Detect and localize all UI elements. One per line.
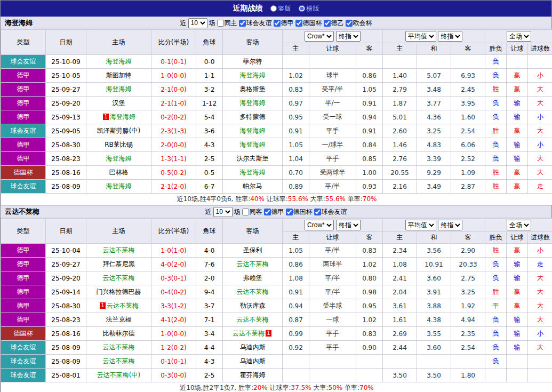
league-type-cell: 德甲: [1, 152, 46, 166]
euro-draw-odds-cell: 4.36: [417, 110, 451, 124]
filter-checkbox-3[interactable]: 球会友谊: [314, 207, 347, 217]
match-row: 德甲25-08-23法兰克福4-1(2-0)7-1云达不莱梅0.87一球1.02…: [1, 313, 552, 327]
bookmaker-select[interactable]: Crow*: [305, 220, 334, 230]
result-cell: 负: [485, 97, 507, 110]
league-type-cell: 德甲: [1, 313, 46, 327]
result-text: 负: [493, 141, 499, 148]
filter-checkbox-0[interactable]: 同客: [242, 207, 262, 217]
summary-segment: 近10场,胜2平1负7, 胜率:: [180, 384, 253, 391]
filter-checkbox-input[interactable]: [274, 20, 281, 27]
home-team-cell[interactable]: RB莱比锡: [86, 138, 151, 152]
home-team-cell[interactable]: 巴林格: [86, 166, 151, 180]
home-team-cell[interactable]: 拜仁慕尼黑: [86, 258, 151, 271]
handicap-result-cell: 输: [507, 313, 528, 327]
home-team-cell[interactable]: 海登海姆: [86, 55, 151, 69]
home-team-cell[interactable]: 汉堡: [86, 97, 151, 110]
sub-header-3: 主: [383, 232, 417, 244]
scope-select[interactable]: 全场: [507, 31, 531, 42]
filter-checkbox-5[interactable]: 欧会杯: [346, 19, 372, 28]
away-team-cell[interactable]: 多特蒙德: [223, 110, 283, 124]
asian-away-odds-cell: 0.95: [356, 299, 383, 313]
home-team-cell[interactable]: 云达不莱梅: [86, 244, 151, 258]
home-team-cell[interactable]: 云达不莱梅: [86, 355, 151, 369]
filter-checkbox-input[interactable]: [239, 20, 246, 27]
away-team-cell[interactable]: 海登海姆: [223, 69, 283, 83]
date-cell: 25-08-23: [46, 313, 86, 327]
col-header-5: 客场: [223, 30, 283, 55]
home-team-cell[interactable]: 云达不莱梅: [86, 341, 151, 355]
layout-radio-vertical[interactable]: 竖版: [270, 4, 291, 13]
away-team-cell[interactable]: 云达不莱梅: [223, 285, 283, 299]
home-team-cell[interactable]: 云达不莱梅(中): [86, 369, 151, 382]
filter-checkbox-1[interactable]: 球会友谊: [239, 19, 272, 28]
handicap-time-select[interactable]: 终指: [336, 220, 361, 230]
bookmaker-select[interactable]: Crow*: [305, 31, 334, 42]
average-select[interactable]: 平均值: [405, 220, 436, 230]
scope-select[interactable]: 全场: [507, 220, 531, 230]
red-card-badge: 1: [103, 114, 109, 120]
vertical-radio-input[interactable]: [270, 5, 277, 12]
filter-checkbox-4[interactable]: 德乙: [324, 19, 344, 28]
away-team-cell[interactable]: 霍芬海姆: [223, 369, 283, 382]
filter-checkbox-3[interactable]: 德国杯: [295, 19, 322, 28]
filter-checkbox-input[interactable]: [324, 20, 331, 27]
asian-line-cell: [309, 55, 356, 69]
away-team-cell[interactable]: 弗赖堡: [223, 271, 283, 285]
away-team-cell[interactable]: 云达不莱梅: [223, 313, 283, 327]
match-count-select[interactable]: 10: [188, 18, 207, 28]
col-header-0: 类型: [1, 30, 46, 55]
summary-segment: 大率:: [311, 384, 329, 391]
average-select[interactable]: 平均值: [405, 31, 436, 42]
filter-checkbox-0[interactable]: 同主: [217, 19, 237, 28]
home-team-cell[interactable]: 1云达不莱梅: [86, 299, 151, 313]
away-team-cell[interactable]: 乌迪内斯: [223, 355, 283, 369]
away-team-cell[interactable]: 云达不莱梅: [223, 258, 283, 271]
away-team-cell[interactable]: 海登海姆: [223, 166, 283, 180]
away-team-cell[interactable]: 奥格斯堡: [223, 83, 283, 97]
horizontal-radio-input[interactable]: [299, 5, 305, 12]
goals-result-cell: 大: [528, 83, 552, 97]
away-team-cell[interactable]: 乌迪内斯: [223, 341, 283, 355]
corner-cell: 0-5: [196, 166, 223, 180]
home-team-cell[interactable]: 1海登海姆: [86, 110, 151, 124]
layout-radio-horizontal[interactable]: 横版: [299, 4, 319, 13]
filter-checkbox-input[interactable]: [217, 20, 224, 27]
home-team-cell[interactable]: 海登海姆: [86, 180, 151, 194]
home-team-cell[interactable]: 海登海姆: [86, 152, 151, 166]
filter-checkbox-input[interactable]: [295, 20, 302, 27]
away-team-cell[interactable]: 海登海姆: [223, 138, 283, 152]
home-team-cell[interactable]: 凯泽斯劳滕(中): [86, 124, 151, 138]
home-team-cell[interactable]: 海登海姆: [86, 83, 151, 97]
handicap-result-cell: 赢: [507, 299, 528, 313]
away-team-cell[interactable]: 勒沃库森: [223, 299, 283, 313]
euro-time-select[interactable]: 终指: [438, 220, 462, 230]
home-team-cell[interactable]: 比勒菲尔德: [86, 327, 151, 341]
home-team-cell[interactable]: 法兰克福: [86, 313, 151, 327]
handicap-time-select[interactable]: 终指: [336, 31, 361, 42]
filter-checkbox-2[interactable]: 德国杯: [286, 207, 313, 217]
away-team-cell[interactable]: 海登海姆: [223, 124, 283, 138]
filter-checkbox-2[interactable]: 德甲: [274, 19, 294, 28]
filter-checkbox-1[interactable]: 德甲: [264, 207, 284, 217]
home-team-cell[interactable]: 云达不莱梅: [86, 271, 151, 285]
away-team-cell[interactable]: 沃尔夫斯堡: [223, 152, 283, 166]
filter-checkbox-input[interactable]: [314, 209, 321, 215]
euro-draw-odds-cell: 3.48: [417, 83, 451, 97]
result-cell: 胜: [485, 244, 507, 258]
away-team-cell[interactable]: 帕尔马: [223, 180, 283, 194]
away-team-cell[interactable]: 云达不莱梅1: [223, 327, 283, 341]
home-team-cell[interactable]: 门兴格拉德巴赫: [86, 285, 151, 299]
match-count-select[interactable]: 10: [213, 207, 233, 217]
filter-checkbox-input[interactable]: [346, 20, 353, 27]
filter-checkbox-input[interactable]: [242, 209, 249, 215]
asian-away-odds-cell: 1.02: [356, 313, 383, 327]
match-row: 球会友谊25-10-09海登海姆0-1(0-1)0-0菲尔特负: [1, 55, 552, 69]
filter-checkbox-input[interactable]: [286, 209, 293, 215]
corner-cell: 0-0: [196, 55, 223, 69]
away-team-cell[interactable]: 圣保利: [223, 244, 283, 258]
home-team-cell[interactable]: 斯图加特: [86, 69, 151, 83]
euro-time-select[interactable]: 终指: [438, 31, 462, 42]
away-team-cell[interactable]: 菲尔特: [223, 55, 283, 69]
away-team-cell[interactable]: 海登海姆: [223, 97, 283, 110]
filter-checkbox-input[interactable]: [264, 209, 271, 215]
